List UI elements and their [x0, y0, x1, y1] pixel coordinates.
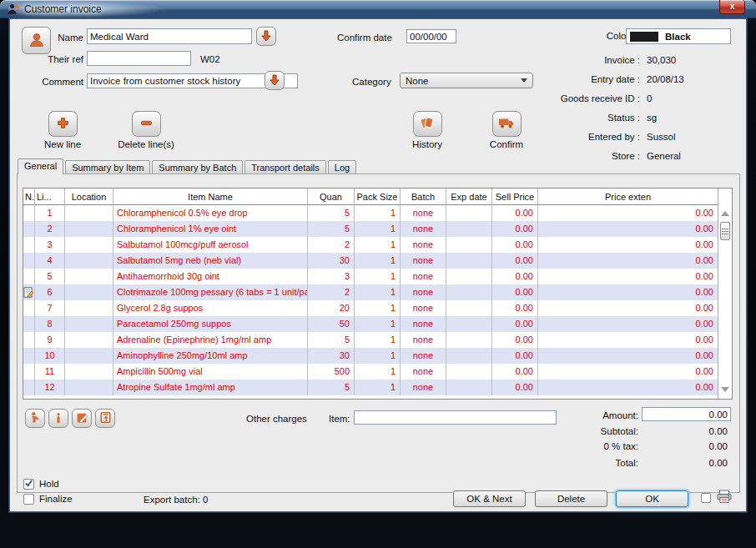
- table-row[interactable]: 8Paracetamol 250mg suppos501none0.000.00: [23, 316, 718, 332]
- col-note[interactable]: N...: [23, 189, 35, 205]
- ok-next-button[interactable]: OK & Next: [453, 490, 526, 507]
- scroll-up-icon[interactable]: [718, 207, 732, 220]
- table-row[interactable]: 6Clotrimazole 100mg pessary (6 tabs = 1 …: [23, 284, 718, 300]
- printer-icon[interactable]: [717, 490, 732, 505]
- table-row[interactable]: 5Antihaemorrhoid 30g oint31none0.000.00: [23, 269, 718, 284]
- cell-note: [23, 221, 35, 237]
- cell-quantity: 50: [308, 316, 355, 332]
- cell-line-number: 4: [35, 253, 65, 269]
- table-row[interactable]: 9Adrenaline (Epinephrine) 1mg/ml amp51no…: [23, 332, 718, 348]
- cell-note: [23, 205, 35, 221]
- table-row[interactable]: 4Salbutamol 5mg neb (neb vial)301none0.0…: [23, 253, 718, 269]
- cell-sell-price: 0.00: [492, 269, 538, 284]
- cell-location: [65, 316, 113, 332]
- cell-pack-size: 1: [355, 284, 401, 300]
- table-row[interactable]: 11Ampicillin 500mg vial5001none0.000.00: [23, 364, 718, 380]
- confirm-label: Confirm: [490, 139, 523, 149]
- table-row[interactable]: 7Glycerol 2.8g suppos201none0.000.00: [23, 300, 718, 316]
- table-row[interactable]: 2Chloramphenicol 1% eye oint51none0.000.…: [23, 221, 718, 237]
- delete-button[interactable]: Delete: [535, 490, 607, 507]
- hold-checkbox[interactable]: [23, 479, 34, 490]
- cell-price-exten: 0.00: [538, 205, 718, 221]
- their-ref-input[interactable]: [87, 51, 191, 66]
- comment-expand-button[interactable]: [265, 71, 285, 90]
- col-line[interactable]: Li...: [35, 189, 65, 205]
- new-line-tool: New line: [25, 111, 100, 149]
- category-label: Category: [352, 77, 391, 87]
- cell-quantity: 3: [308, 269, 355, 284]
- confirm-button[interactable]: [492, 111, 522, 137]
- cell-line-number: 10: [35, 348, 65, 364]
- cell-line-number: 6: [35, 284, 65, 300]
- ok-button[interactable]: OK: [616, 490, 688, 507]
- colour-picker[interactable]: Black: [626, 28, 731, 44]
- cell-note: [23, 332, 35, 348]
- col-quan[interactable]: Quan: [308, 189, 355, 205]
- cell-location: [65, 284, 113, 300]
- cell-exp-date: [446, 237, 492, 253]
- category-value: None: [406, 76, 429, 86]
- cell-batch: none: [401, 284, 446, 300]
- col-item-name[interactable]: Item Name: [113, 189, 308, 205]
- edit-note-button[interactable]: [72, 409, 92, 428]
- cell-quantity: 30: [308, 348, 355, 364]
- cell-pack-size: 1: [355, 237, 401, 253]
- stock-transfer-button[interactable]: [25, 409, 45, 428]
- cell-price-exten: 0.00: [538, 300, 718, 316]
- col-exp-date[interactable]: Exp date: [446, 189, 492, 205]
- colour-swatch: [630, 32, 658, 42]
- cell-note: [23, 300, 35, 316]
- arrow-up-box-icon: [99, 411, 112, 425]
- delete-lines-button[interactable]: [132, 111, 161, 137]
- cell-item-name: Aminophylline 250mg/10ml amp: [113, 348, 308, 364]
- cell-quantity: 5: [308, 221, 355, 237]
- scroll-down-icon[interactable]: [718, 383, 732, 396]
- close-button[interactable]: x: [719, 0, 745, 14]
- invoice-label: Invoice :: [427, 55, 640, 65]
- table-row[interactable]: 1Chloramphenicol 0.5% eye drop51none0.00…: [23, 205, 718, 221]
- print-checkbox[interactable]: [701, 493, 711, 503]
- store-value: General: [647, 151, 681, 161]
- new-line-button[interactable]: [48, 111, 78, 137]
- col-pack-size[interactable]: Pack Size: [355, 189, 401, 205]
- cell-location: [65, 205, 113, 221]
- finalize-checkbox[interactable]: [23, 494, 34, 505]
- goods-receive-label: Goods receive ID :: [427, 93, 640, 103]
- col-location[interactable]: Location: [65, 189, 113, 205]
- table-row[interactable]: 12Atropine Sulfate 1mg/ml amp51none0.000…: [23, 380, 718, 395]
- tab-summary-by-batch[interactable]: Summary by Batch: [152, 160, 243, 174]
- name-lookup-button[interactable]: [256, 27, 276, 46]
- title-bar[interactable]: Customer invoice x: [0, 0, 756, 18]
- cell-exp-date: [446, 269, 492, 284]
- cell-batch: none: [401, 348, 446, 364]
- table-row[interactable]: 10Aminophylline 250mg/10ml amp301none0.0…: [23, 348, 718, 364]
- amount-input[interactable]: [642, 407, 731, 421]
- entry-date-label: Entry date :: [427, 74, 640, 84]
- status-value: sg: [647, 113, 657, 123]
- cell-price-exten: 0.00: [538, 237, 718, 253]
- col-batch[interactable]: Batch: [401, 189, 446, 205]
- other-charges-item-input[interactable]: [354, 410, 557, 425]
- tab-general[interactable]: General: [18, 158, 63, 174]
- col-sell-price[interactable]: Sell Price: [492, 189, 538, 205]
- goods-receive-value: 0: [647, 93, 652, 103]
- scrollbar-thumb[interactable]: [720, 222, 730, 240]
- pencil-note-icon: [76, 411, 88, 425]
- tab-summary-by-item[interactable]: Summary by Item: [65, 160, 150, 174]
- cell-price-exten: 0.00: [538, 221, 718, 237]
- cell-quantity: 500: [308, 364, 355, 380]
- col-price-exten[interactable]: Price exten: [538, 189, 718, 205]
- cell-batch: none: [401, 269, 446, 284]
- tab-log[interactable]: Log: [328, 160, 356, 174]
- truck-icon: [498, 117, 515, 131]
- delete-lines-tool: Delete line(s): [108, 111, 184, 149]
- tab-bar: General Summary by Item Summary by Batch…: [18, 158, 358, 174]
- history-button[interactable]: [413, 111, 442, 137]
- name-input[interactable]: [87, 28, 252, 44]
- export-button[interactable]: [95, 409, 115, 428]
- table-scrollbar[interactable]: [718, 189, 732, 399]
- tab-transport-details[interactable]: Transport details: [244, 160, 326, 174]
- total-value: 0.00: [644, 458, 728, 468]
- table-row[interactable]: 3Salbutamol 100mcg/puff aerosol21none0.0…: [23, 237, 718, 253]
- info-button[interactable]: [48, 409, 68, 428]
